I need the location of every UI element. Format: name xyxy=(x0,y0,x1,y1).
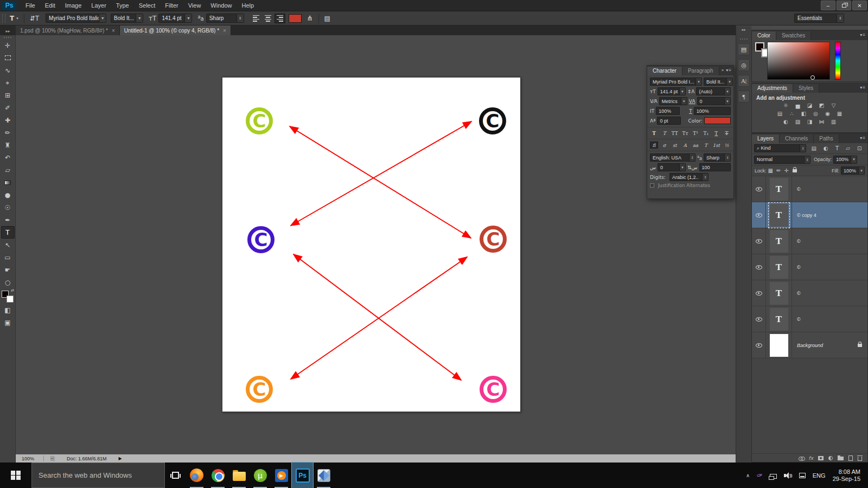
layer-thumbnail-cell[interactable]: T xyxy=(766,306,792,332)
tab-paragraph[interactable]: Paragraph xyxy=(682,67,719,75)
stylistic-alternates-button[interactable]: aa xyxy=(692,142,700,149)
brush-tool[interactable]: ✏ xyxy=(1,126,15,139)
threshold-icon[interactable]: ◨ xyxy=(806,118,814,125)
menu-item-select[interactable]: Select xyxy=(134,0,161,11)
restore-button[interactable] xyxy=(837,1,851,10)
start-button[interactable] xyxy=(0,463,31,488)
layer-visibility-cell[interactable] xyxy=(752,228,766,254)
menu-item-view[interactable]: View xyxy=(183,0,206,11)
antialias-select[interactable]: Sharp ⇕ xyxy=(206,14,244,23)
layer-row-3[interactable]: T© xyxy=(752,228,867,254)
new-layer-icon[interactable] xyxy=(848,455,853,461)
foreground-background-swatches[interactable]: ⇄ xyxy=(2,291,14,303)
layer-row-7[interactable]: Background xyxy=(752,332,867,358)
saturation-brightness-box[interactable] xyxy=(767,42,830,80)
cp-baseline-field[interactable]: 0 pt xyxy=(657,117,681,125)
menu-item-window[interactable]: Window xyxy=(206,0,237,11)
panel-menu-icon[interactable]: ▾≡ xyxy=(860,33,866,37)
new-group-icon[interactable] xyxy=(838,455,844,460)
tab-layers[interactable]: Layers xyxy=(752,134,780,143)
eye-icon[interactable] xyxy=(756,291,762,296)
layer-row-6[interactable]: T© xyxy=(752,306,867,332)
text-orientation-icon[interactable]: ⇵T xyxy=(30,15,39,22)
path-selection-tool[interactable]: ↖ xyxy=(1,239,15,251)
delete-layer-icon[interactable] xyxy=(858,455,862,461)
file-explorer-app[interactable] xyxy=(228,463,250,488)
cp-language-select[interactable]: English: USA ⇕ xyxy=(650,153,695,162)
layer-visibility-cell[interactable] xyxy=(752,332,766,358)
justification-alternates-checkbox[interactable] xyxy=(650,183,654,188)
tab-adjustments[interactable]: Adjustments xyxy=(752,84,793,93)
type-tool-preset-icon[interactable]: T xyxy=(10,15,14,22)
paragraph-panel-icon[interactable]: ¶ xyxy=(738,91,750,102)
align-left-button[interactable] xyxy=(251,14,261,23)
layer-visibility-cell[interactable] xyxy=(752,176,766,202)
layer-visibility-cell[interactable] xyxy=(752,202,766,228)
background-color-swatch[interactable] xyxy=(7,296,14,303)
eye-icon[interactable] xyxy=(756,213,762,217)
copyright-symbol-6[interactable]: C xyxy=(480,376,507,403)
tab-channels[interactable]: Channels xyxy=(780,134,814,143)
copyright-symbol-1[interactable]: C xyxy=(246,107,273,134)
menu-item-filter[interactable]: Filter xyxy=(160,0,183,11)
faux-bold-button[interactable]: T xyxy=(650,130,658,137)
eyedropper-tool[interactable]: ✐ xyxy=(1,101,15,114)
opacity-field[interactable]: 100% ▼ xyxy=(833,156,857,164)
titling-alternates-button[interactable]: T xyxy=(702,142,710,149)
export-status-icon[interactable]: ⎘ xyxy=(50,455,55,462)
warp-text-icon[interactable]: ⋔ xyxy=(307,14,313,22)
curves-icon[interactable]: ◪ xyxy=(806,102,814,109)
link-layers-icon[interactable] xyxy=(799,457,804,460)
subscript-button[interactable]: T₁ xyxy=(702,130,710,137)
new-adjustment-layer-icon[interactable] xyxy=(828,456,833,460)
cp-kerning-select[interactable]: Metrics ▼ xyxy=(659,97,687,105)
font-size-select[interactable]: 141.4 pt ▼ xyxy=(158,14,192,23)
layer-thumbnail-cell[interactable]: T xyxy=(766,228,792,254)
cp-hindi-field[interactable]: 100 xyxy=(699,163,731,171)
menu-item-edit[interactable]: Edit xyxy=(40,0,60,11)
zoom-level-field[interactable]: 100% xyxy=(22,456,41,461)
gradient-tool[interactable] xyxy=(1,176,15,189)
cp-digits-select[interactable]: Arabic (1,2.. ⇕ xyxy=(669,173,709,181)
color-lookup-icon[interactable]: ▦ xyxy=(835,110,844,117)
layer-row-2[interactable]: T© copy 4 xyxy=(752,202,867,228)
quick-selection-tool[interactable]: ⌖ xyxy=(1,76,15,89)
cp-leading-select[interactable]: (Auto) ▼ xyxy=(696,87,731,95)
chrome-app[interactable] xyxy=(207,463,228,488)
panel-menu-icon[interactable]: » ▾≡ xyxy=(722,68,732,73)
hand-tool[interactable]: ☛ xyxy=(1,264,15,276)
eraser-tool[interactable]: ▱ xyxy=(1,164,15,176)
brightness-contrast-icon[interactable]: ☼ xyxy=(782,102,790,109)
eye-icon[interactable] xyxy=(756,343,762,348)
tab-paths[interactable]: Paths xyxy=(814,134,839,143)
volume-icon[interactable]: ))) xyxy=(784,473,792,478)
shape-tool[interactable]: ▭ xyxy=(1,251,15,264)
all-caps-button[interactable]: TT xyxy=(671,130,679,137)
pen-tool[interactable]: ✒ xyxy=(1,214,15,226)
selective-color-icon[interactable]: ⋈ xyxy=(818,118,826,125)
layer-visibility-cell[interactable] xyxy=(752,280,766,306)
panel-menu-icon[interactable]: ▾≡ xyxy=(860,85,866,90)
layer-thumbnail-cell[interactable]: T xyxy=(766,280,792,306)
blur-tool[interactable]: ● xyxy=(1,189,15,201)
cp-font-family-select[interactable]: Myriad Pro Bold I... ▼ xyxy=(650,78,702,86)
eye-icon[interactable] xyxy=(756,239,762,243)
tray-expand-icon[interactable]: ∧ xyxy=(746,473,750,478)
font-style-select[interactable]: Bold It... ▼ xyxy=(111,14,143,23)
lock-pixels-icon[interactable]: ✏ xyxy=(776,168,781,174)
cp-antialias-select[interactable]: Sharp ⇕ xyxy=(704,153,731,162)
tab-swatches[interactable]: Swatches xyxy=(776,31,811,40)
action-center-icon[interactable] xyxy=(799,473,806,478)
history-panel-icon[interactable]: ▤ xyxy=(738,43,750,55)
status-options-arrow[interactable]: ▶ xyxy=(119,456,122,461)
quick-mask-icon[interactable]: ◧ xyxy=(1,304,15,316)
underline-button[interactable]: T xyxy=(712,130,720,137)
close-button[interactable]: ✕ xyxy=(852,1,867,10)
cp-color-swatch[interactable] xyxy=(704,117,731,124)
tab-close-icon[interactable]: × xyxy=(112,28,115,34)
fill-field[interactable]: 100% ▼ xyxy=(841,166,865,175)
layer-thumbnail-cell[interactable]: T xyxy=(766,176,792,202)
document-tab-1[interactable]: 1.psd @ 100% (MagHow, RGB/8#) *× xyxy=(16,25,120,35)
firefox-app[interactable] xyxy=(186,463,207,488)
vibrance-icon[interactable]: ▽ xyxy=(829,102,838,109)
